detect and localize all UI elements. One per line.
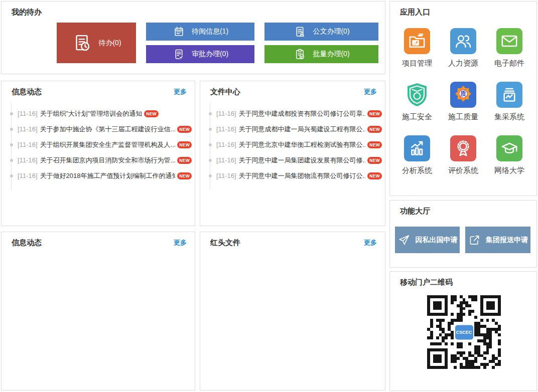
news-panel: 信息动态 更多 [11-16] 关于组织”大计划”管理培训会的通知 NEW [1… bbox=[1, 81, 195, 226]
file-center-panel: 文件中心 更多 [11-16] 关于同意中建成都投资有限公司修订公司章... N… bbox=[200, 81, 385, 226]
app-label: 评价系统 bbox=[448, 166, 478, 175]
qr-code: CSCEC bbox=[427, 295, 501, 369]
new-badge: NEW bbox=[177, 172, 192, 179]
file-item[interactable]: [11-16] 关于同意成都中建一局兴蜀建设工程有限公... NEW bbox=[210, 121, 382, 137]
mobile-qr-panel: 移动门户二维码 CSCEC bbox=[389, 271, 537, 391]
project-folder-icon bbox=[407, 31, 427, 51]
graduation-cap-icon bbox=[499, 138, 519, 158]
group-submit-button[interactable]: 集团报送申请 bbox=[465, 227, 530, 253]
news-item-title: 关于做好2018年施工产值预计划编制工作的通知 bbox=[40, 171, 176, 180]
app-item-human-resources[interactable]: 人力资源 bbox=[448, 28, 478, 68]
official-doc-button[interactable]: 公文办理(0) bbox=[264, 23, 378, 41]
file-center-more-link[interactable]: 更多 bbox=[364, 87, 377, 96]
app-item-network-university[interactable]: 网络大学 bbox=[494, 135, 524, 175]
file-item-date: [11-16] bbox=[216, 110, 236, 117]
portal-dashboard: 我的待办 待办(0) 待阅信息(1) bbox=[0, 0, 538, 392]
app-label: 项目管理 bbox=[402, 59, 432, 68]
my-todo-title: 我的待办 bbox=[12, 8, 42, 17]
news-item-title: 关于组织开展集团安全生产监督管理机构及人... bbox=[40, 140, 176, 149]
envelope-icon bbox=[499, 31, 519, 51]
new-badge: NEW bbox=[367, 110, 382, 117]
app-item-analysis-system[interactable]: 分析系统 bbox=[402, 135, 432, 175]
file-list: [11-16] 关于同意中建成都投资有限公司修订公司章... NEW [11-1… bbox=[210, 103, 385, 189]
qr-center-logo: CSCEC bbox=[454, 324, 474, 340]
batch-process-label: 批量办理(0) bbox=[313, 50, 349, 59]
app-item-email[interactable]: 电子邮件 bbox=[494, 28, 524, 68]
safety-shield-icon bbox=[404, 82, 430, 108]
new-badge: NEW bbox=[177, 126, 192, 133]
new-badge: NEW bbox=[177, 141, 192, 148]
news-item-title: 关于组织”大计划”管理培训会的通知 bbox=[40, 109, 143, 118]
app-label: 施工质量 bbox=[448, 112, 478, 122]
clipboard-check-icon bbox=[293, 48, 307, 61]
batch-process-button[interactable]: 批量办理(0) bbox=[264, 45, 378, 63]
news-item[interactable]: [11-16] 关于组织”大计划”管理培训会的通知 NEW bbox=[12, 106, 192, 121]
document-clock-icon bbox=[71, 33, 92, 54]
app-item-project-mgmt[interactable]: 项目管理 bbox=[402, 28, 432, 68]
approval-button[interactable]: 审批办理(0) bbox=[146, 45, 254, 63]
todo-button[interactable]: 待办(0) bbox=[57, 23, 136, 63]
app-grid: 项目管理 人力资源 bbox=[390, 28, 536, 175]
abroad-application-button[interactable]: 因私出国申请 bbox=[395, 227, 460, 253]
svg-text:质: 质 bbox=[460, 90, 467, 97]
app-label: 施工安全 bbox=[402, 112, 432, 122]
file-item-title: 关于同意中建一局集团建设发展有限公司修... bbox=[239, 156, 366, 165]
pending-read-button[interactable]: 待阅信息(1) bbox=[146, 23, 254, 41]
approval-label: 审批办理(0) bbox=[192, 50, 228, 59]
my-todo-panel: 我的待办 待办(0) 待阅信息(1) bbox=[1, 1, 385, 74]
news-list: [11-16] 关于组织”大计划”管理培训会的通知 NEW [11-16] 关于… bbox=[11, 103, 195, 189]
file-item[interactable]: [11-16] 关于同意中建成都投资有限公司修订公司章... NEW bbox=[210, 106, 382, 121]
my-todo-header: 我的待办 bbox=[2, 2, 385, 17]
file-item-title: 关于同意北京中建华衡工程检测试验有限公... bbox=[239, 140, 366, 149]
app-item-construction-safety[interactable]: 施工安全 bbox=[402, 82, 432, 122]
app-label: 网络大学 bbox=[494, 166, 524, 175]
file-item-title: 关于同意成都中建一局兴蜀建设工程有限公... bbox=[239, 125, 366, 134]
official-doc-label: 公文办理(0) bbox=[313, 27, 349, 36]
app-item-construction-quality[interactable]: 质 施工质量 bbox=[448, 82, 478, 122]
redhead-doc-panel: 红头文件 更多 bbox=[200, 232, 385, 390]
app-label: 人力资源 bbox=[448, 59, 478, 68]
news-panel-2-title: 信息动态 bbox=[12, 238, 42, 248]
medal-rosette-icon bbox=[453, 138, 473, 158]
function-hall-panel: 功能大厅 因私出国申请 集团报送申请 bbox=[389, 200, 537, 268]
app-label: 电子邮件 bbox=[494, 59, 524, 68]
new-badge: NEW bbox=[367, 157, 382, 164]
app-label: 集采系统 bbox=[494, 112, 524, 122]
news-item-title: 关于召开集团京内项目消防安全和市场行为管... bbox=[40, 156, 176, 165]
new-badge: NEW bbox=[177, 157, 192, 164]
app-item-procurement-system[interactable]: 集采系统 bbox=[494, 82, 524, 122]
new-badge: NEW bbox=[144, 110, 159, 117]
news-panel-2: 信息动态 更多 bbox=[1, 232, 195, 390]
news-more-link[interactable]: 更多 bbox=[174, 87, 187, 96]
news-item[interactable]: [11-16] 关于召开集团京内项目消防安全和市场行为管... NEW bbox=[12, 152, 192, 168]
news-item-date: [11-16] bbox=[18, 110, 38, 117]
document-check-icon bbox=[172, 48, 186, 61]
quality-seal-icon: 质 bbox=[450, 82, 476, 108]
file-item[interactable]: [11-16] 关于同意中建一局集团建设发展有限公司修... NEW bbox=[210, 152, 382, 168]
news-item[interactable]: [11-16] 关于参加中施企协《第十三届工程建设行业信... NEW bbox=[12, 121, 192, 137]
file-item-date: [11-16] bbox=[216, 156, 236, 164]
news-item[interactable]: [11-16] 关于做好2018年施工产值预计划编制工作的通知 NEW bbox=[12, 168, 192, 183]
file-item-date: [11-16] bbox=[216, 172, 236, 179]
news-item-date: [11-16] bbox=[18, 125, 38, 133]
procurement-box-icon bbox=[499, 85, 519, 105]
redhead-more-link[interactable]: 更多 bbox=[364, 238, 377, 247]
app-label: 分析系统 bbox=[402, 166, 432, 175]
new-badge: NEW bbox=[367, 141, 382, 148]
new-badge: NEW bbox=[367, 126, 382, 133]
people-icon bbox=[453, 31, 473, 51]
abroad-application-label: 因私出国申请 bbox=[416, 236, 458, 245]
file-item[interactable]: [11-16] 关于同意中建一局集团物流有限公司修订公... NEW bbox=[210, 168, 382, 183]
app-item-evaluation-system[interactable]: 评价系统 bbox=[448, 135, 478, 175]
news-2-more-link[interactable]: 更多 bbox=[174, 238, 187, 247]
file-item-date: [11-16] bbox=[216, 125, 236, 133]
todo-button-label: 待办(0) bbox=[98, 39, 121, 48]
file-item[interactable]: [11-16] 关于同意北京中建华衡工程检测试验有限公... NEW bbox=[210, 137, 382, 152]
news-item-date: [11-16] bbox=[18, 156, 38, 164]
news-item[interactable]: [11-16] 关于组织开展集团安全生产监督管理机构及人... NEW bbox=[12, 137, 192, 152]
chart-arrow-icon bbox=[407, 138, 427, 158]
calendar-icon bbox=[172, 25, 186, 39]
file-item-title: 关于同意中建一局集团物流有限公司修订公... bbox=[239, 171, 366, 180]
share-export-icon bbox=[468, 234, 481, 247]
function-hall-title: 功能大厅 bbox=[400, 207, 430, 216]
